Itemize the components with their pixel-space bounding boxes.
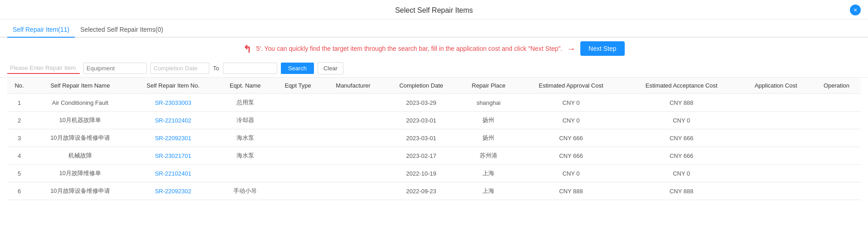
table-cell: [812, 129, 861, 147]
table-cell: 1: [7, 94, 31, 112]
table-cell[interactable]: SR-23021701: [129, 147, 217, 165]
equipment-input[interactable]: [83, 63, 147, 74]
table-cell: 机械故障: [31, 147, 129, 165]
table-row: 1Air Conditioning FaultSR-23033003总用泵202…: [7, 94, 861, 112]
table-cell: [323, 129, 384, 147]
completion-date-from-input[interactable]: [150, 63, 209, 74]
table-cell: [273, 165, 323, 182]
table-cell: CNY 0: [519, 94, 624, 112]
table-cell: CNY 666: [519, 129, 624, 147]
table-cell: [812, 165, 861, 182]
table-cell: 6: [7, 182, 31, 200]
table-cell: [812, 112, 861, 129]
table-cell: 苏州港: [458, 147, 518, 165]
search-row: To Search Clear: [0, 59, 868, 78]
column-header: Repair Place: [458, 78, 518, 94]
table-cell: [812, 147, 861, 165]
tabs-row: Self Repair Item(11) Selected Self Repai…: [0, 20, 868, 38]
table-cell: shanghai: [458, 94, 518, 112]
table-cell: 4: [7, 147, 31, 165]
table-cell: [812, 182, 861, 200]
table-cell: CNY 666: [623, 129, 739, 147]
tab-self-repair[interactable]: Self Repair Item(11): [7, 23, 75, 38]
table-cell: CNY 0: [519, 165, 624, 182]
table-row: 610月故障设备维修申请SR-22092302手动小吊2022-09-23上海C…: [7, 182, 861, 200]
column-header: Self Repair Item No.: [129, 78, 217, 94]
table-cell[interactable]: SR-23033003: [129, 94, 217, 112]
table-cell: 2023-03-01: [384, 129, 458, 147]
table-cell: CNY 888: [623, 94, 739, 112]
table-cell[interactable]: SR-22092301: [129, 129, 217, 147]
table-cell: 海水泵: [217, 129, 273, 147]
column-header: Estimated Acceptance Cost: [623, 78, 739, 94]
table-row: 210月机器故障单SR-22102402冷却器2023-03-01扬州CNY 0…: [7, 112, 861, 129]
table-cell: [739, 112, 812, 129]
clear-button[interactable]: Clear: [318, 62, 343, 74]
column-header: Completion Date: [384, 78, 458, 94]
table-cell: 2023-02-17: [384, 147, 458, 165]
table-cell: 海水泵: [217, 147, 273, 165]
table-cell: [273, 182, 323, 200]
table-cell: CNY 666: [623, 147, 739, 165]
arrow-right-icon: →: [567, 44, 576, 54]
table-cell: [323, 147, 384, 165]
column-header: Self Repair Item Name: [31, 78, 129, 94]
table-cell: CNY 0: [623, 165, 739, 182]
table-cell: [739, 182, 812, 200]
table-cell: [323, 94, 384, 112]
table-cell: 扬州: [458, 112, 518, 129]
table-row: 310月故障设备维修申请SR-22092301海水泵2023-03-01扬州CN…: [7, 129, 861, 147]
table-cell: 2: [7, 112, 31, 129]
repair-items-table: No.Self Repair Item NameSelf Repair Item…: [7, 78, 861, 200]
table-cell[interactable]: SR-22092302: [129, 182, 217, 200]
table-cell: 5: [7, 165, 31, 182]
table-wrap: No.Self Repair Item NameSelf Repair Item…: [0, 78, 868, 200]
search-button[interactable]: Search: [281, 63, 314, 74]
next-step-button[interactable]: Next Step: [580, 41, 624, 56]
table-cell[interactable]: SR-22102401: [129, 165, 217, 182]
table-cell: [273, 112, 323, 129]
table-cell: CNY 888: [623, 182, 739, 200]
table-cell: [739, 129, 812, 147]
table-header-row: No.Self Repair Item NameSelf Repair Item…: [7, 78, 861, 94]
table-cell: [323, 165, 384, 182]
completion-date-to-input[interactable]: [223, 63, 277, 74]
table-cell: 3: [7, 129, 31, 147]
hint-row: ↳ 5'. You can quickly find the target it…: [0, 38, 868, 59]
table-cell: 2023-03-29: [384, 94, 458, 112]
column-header: No.: [7, 78, 31, 94]
table-cell: CNY 888: [519, 182, 624, 200]
table-cell: 总用泵: [217, 94, 273, 112]
table-cell: [273, 129, 323, 147]
column-header: Estimated Approval Cost: [519, 78, 624, 94]
close-button[interactable]: ×: [850, 5, 861, 15]
table-cell: 手动小吊: [217, 182, 273, 200]
column-header: Application Cost: [739, 78, 812, 94]
table-cell: 上海: [458, 182, 518, 200]
table-cell[interactable]: SR-22102402: [129, 112, 217, 129]
table-cell: 10月机器故障单: [31, 112, 129, 129]
table-cell: 10月故障设备维修申请: [31, 129, 129, 147]
table-cell: 上海: [458, 165, 518, 182]
column-header: Operation: [812, 78, 861, 94]
table-cell: [217, 165, 273, 182]
table-cell: 2023-03-01: [384, 112, 458, 129]
table-cell: 10月故障设备维修申请: [31, 182, 129, 200]
table-cell: [323, 112, 384, 129]
table-cell: 2022-09-23: [384, 182, 458, 200]
repair-item-input[interactable]: [7, 63, 80, 74]
to-label: To: [213, 65, 219, 72]
table-cell: [323, 182, 384, 200]
table-row: 4机械故障SR-23021701海水泵2023-02-17苏州港CNY 666C…: [7, 147, 861, 165]
table-cell: Air Conditioning Fault: [31, 94, 129, 112]
table-cell: 2022-10-19: [384, 165, 458, 182]
table-cell: 扬州: [458, 129, 518, 147]
column-header: Eqpt. Name: [217, 78, 273, 94]
table-cell: [739, 147, 812, 165]
table-cell: [739, 94, 812, 112]
table-cell: [273, 147, 323, 165]
table-cell: CNY 0: [519, 112, 624, 129]
tab-selected[interactable]: Selected Self Repair Items(0): [75, 23, 169, 38]
hint-text: 5'. You can quickly find the target item…: [256, 45, 562, 52]
table-cell: CNY 666: [519, 147, 624, 165]
